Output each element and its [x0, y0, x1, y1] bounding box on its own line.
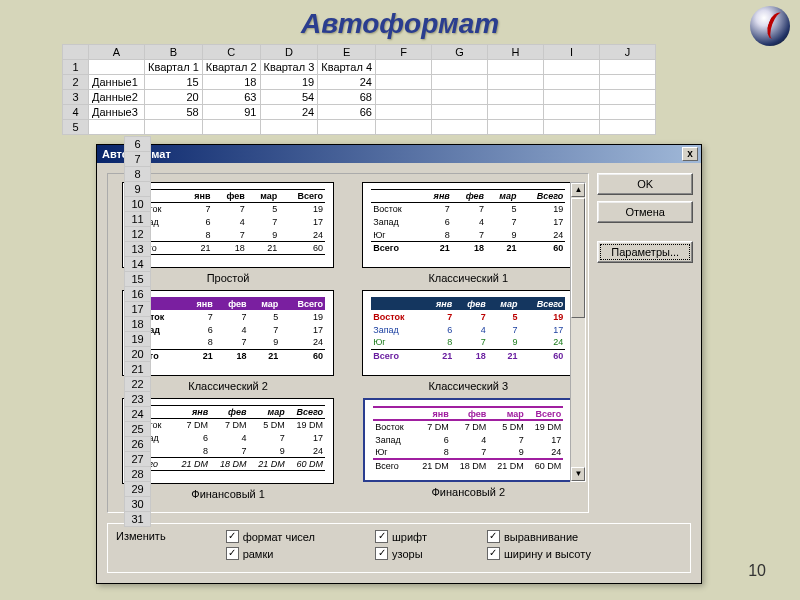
slide-title: Автоформат	[0, 0, 800, 44]
checkbox-number-format[interactable]: ✓	[226, 530, 239, 543]
format-option-classic1[interactable]: янвфевмарВсего Восток77519 Запад64717 Юг…	[354, 182, 582, 290]
scroll-down-icon[interactable]: ▼	[571, 467, 585, 481]
checkbox-width-height[interactable]: ✓	[487, 547, 500, 560]
preview-scrollbar[interactable]: ▲ ▼	[570, 182, 586, 482]
autoformat-dialog: Автоформат x янвфевмарВсего Восток77519 …	[96, 144, 702, 584]
table-row: 3Данные220635468	[63, 90, 656, 105]
checkbox-patterns[interactable]: ✓	[375, 547, 388, 560]
parameters-button[interactable]: Параметры...	[597, 241, 693, 263]
table-row: 4Данные358912466	[63, 105, 656, 120]
dialog-titlebar[interactable]: Автоформат x	[97, 145, 701, 163]
slide-number: 10	[748, 562, 766, 580]
format-preview-list[interactable]: янвфевмарВсего Восток77519 Запад64717 Юг…	[107, 173, 589, 513]
close-button[interactable]: x	[682, 147, 698, 161]
cancel-button[interactable]: Отмена	[597, 201, 693, 223]
change-legend: Изменить	[116, 530, 166, 564]
table-row: 1Квартал 1Квартал 2Квартал 3Квартал 4	[63, 60, 656, 75]
scroll-up-icon[interactable]: ▲	[571, 183, 585, 197]
ok-button[interactable]: OK	[597, 173, 693, 195]
format-option-financial2[interactable]: янвфевмарВсего Восток7 DM7 DM5 DM19 DM З…	[354, 398, 582, 506]
logo	[750, 6, 790, 46]
checkbox-font[interactable]: ✓	[375, 530, 388, 543]
checkbox-alignment[interactable]: ✓	[487, 530, 500, 543]
table-row: 2Данные115181924	[63, 75, 656, 90]
row-headers-continued[interactable]: document.write(Array.from({length:26},(_…	[124, 136, 151, 527]
format-option-classic3[interactable]: янвфевмарВсего Восток77519 Запад64717 Юг…	[354, 290, 582, 398]
scroll-thumb[interactable]	[571, 198, 585, 318]
change-group: Изменить ✓формат чисел ✓рамки ✓шрифт ✓уз…	[107, 523, 691, 573]
spreadsheet[interactable]: A B C D E F G H I J 1Квартал 1Квартал 2К…	[62, 44, 656, 135]
checkbox-borders[interactable]: ✓	[226, 547, 239, 560]
